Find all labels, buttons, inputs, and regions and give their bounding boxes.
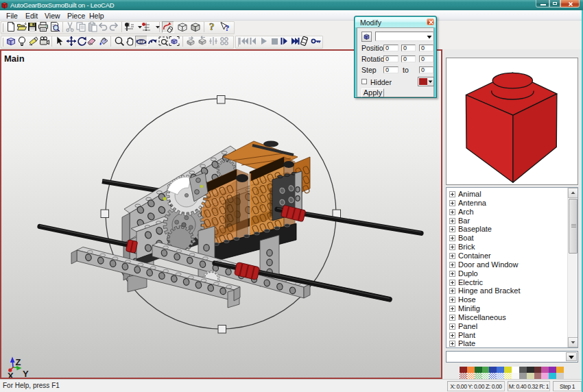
- svg-text:?: ?: [209, 21, 215, 32]
- svg-text:Z: Z: [16, 357, 21, 367]
- svg-text:?: ?: [225, 23, 230, 32]
- svg-text:X: X: [8, 371, 14, 378]
- svg-text:Y: Y: [23, 369, 29, 378]
